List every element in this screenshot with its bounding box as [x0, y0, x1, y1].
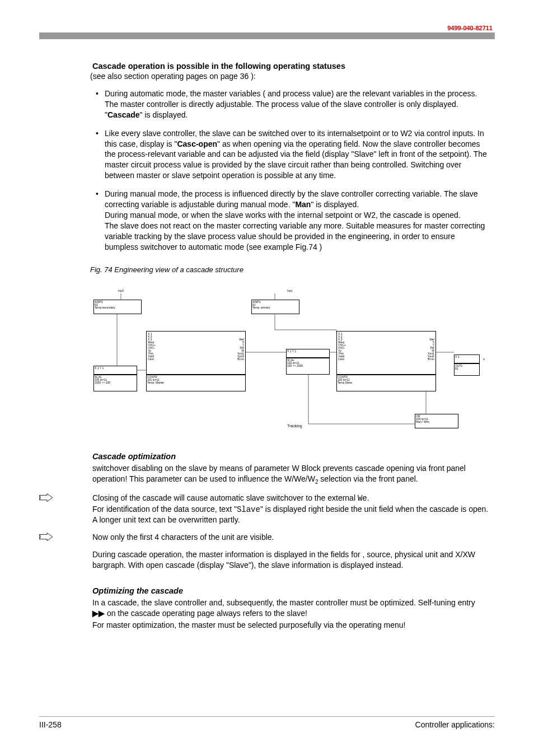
list-item: During manual mode, the process is influ…	[92, 189, 489, 252]
hand-pointing-icon	[39, 493, 55, 504]
page-number: III-258	[39, 720, 62, 729]
text: In a cascade, the slave controller and, …	[92, 598, 475, 607]
document-code: 9499-040-82711	[445, 25, 495, 31]
figure-caption: Fig. 74 Engineering view of a cascade st…	[90, 265, 489, 274]
text: on the cascade operating page always ref…	[105, 609, 307, 618]
bullet-list: During automatic mode, the master variab…	[92, 88, 489, 252]
arrow-icon: ▶▶	[92, 609, 105, 618]
text: During manual mode, the process is influ…	[105, 189, 478, 209]
paragraph: Now only the first 4 characters of the u…	[92, 532, 489, 543]
text: " is displayed.	[311, 200, 359, 209]
text: Now only the first 4 characters of the u…	[92, 533, 274, 542]
paragraph: Closing of the cascade will cause automa…	[92, 493, 489, 526]
header-bar	[39, 32, 495, 39]
text: During manual mode, or when the slave wo…	[105, 211, 485, 251]
list-item: During automatic mode, the master variab…	[92, 88, 489, 120]
section-subnote: (see also section operating pages on pag…	[90, 72, 489, 81]
bold-text: Man	[295, 200, 311, 209]
section-heading: Cascade operation is possible in the fol…	[92, 62, 489, 71]
text: Closing of the cascade will cause automa…	[92, 493, 358, 502]
paragraph: For master optimization, the master must…	[92, 620, 489, 631]
text: selection via the front panel.	[318, 474, 418, 483]
section-heading: Cascade optimization	[92, 452, 489, 461]
page-footer: III-258 Controller applications:	[39, 716, 495, 729]
engineering-diagram: AINP3 63 Temp.secundary Inp3 AINP1 61 Te…	[90, 279, 493, 436]
bold-text: Cascade	[107, 110, 140, 119]
list-item: Like every slave controller, the slave c…	[92, 128, 489, 181]
mono-text: We	[358, 494, 367, 503]
section-heading: Optimizing the cascade	[92, 586, 489, 595]
mono-text: Slave	[237, 505, 260, 514]
paragraph: switchover disabling on the slave by mea…	[92, 463, 489, 486]
bold-text: Casc-open	[177, 139, 217, 148]
footer-title: Controller applications:	[415, 720, 495, 729]
paragraph: In a cascade, the slave controller and, …	[92, 598, 489, 619]
diagram-lines	[90, 279, 493, 436]
hand-pointing-icon	[39, 532, 55, 543]
paragraph: During cascade operation, the master inf…	[92, 549, 489, 571]
text: " is displayed.	[140, 110, 188, 119]
page-content: Cascade operation is possible in the fol…	[92, 62, 489, 637]
